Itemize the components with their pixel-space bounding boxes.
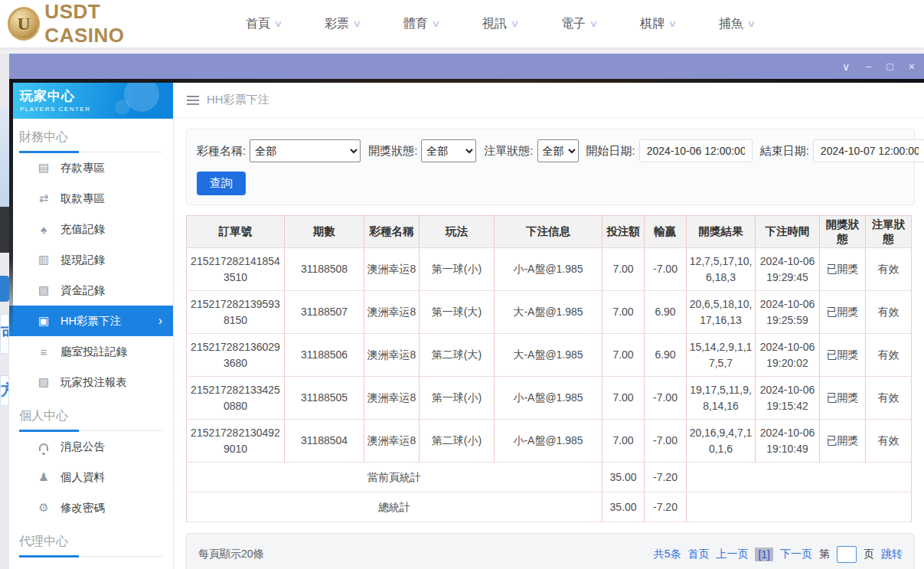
table-cell: 已開獎 — [820, 248, 866, 291]
sidebar: 玩家中心 PLAYERS CENTER 財務中心▤存款專區⇄取款專區♠充值記錄▥… — [9, 83, 174, 569]
player-center-window: ∨ − □ × 玩家中心 PLAYERS CENTER 財務中心▤存款專區⇄取款… — [9, 54, 924, 569]
page-title: HH彩票下注 — [207, 93, 269, 107]
sidebar-item-label: 廳室投註記錄 — [60, 345, 127, 359]
sidebar-item-存款專區[interactable]: ▤存款專區 — [9, 152, 173, 183]
jump-suffix-label: 页 — [864, 548, 874, 561]
sidebar-item-提現記錄[interactable]: ▥提現記錄 — [9, 244, 173, 275]
sidebar-item-label: 存款專區 — [60, 161, 105, 175]
background-figure-fragment — [0, 207, 9, 253]
column-header: 玩法 — [420, 216, 495, 248]
site-logo[interactable]: U USDT CASINO — [8, 0, 180, 47]
jump-button[interactable]: 跳转 — [881, 548, 903, 561]
table-row: 215217282141854351031188508澳洲幸运8第一球(小)小-… — [187, 248, 912, 291]
table-cell: 小-A盤@1.985 — [495, 248, 602, 291]
window-minimize-icon[interactable]: − — [865, 61, 871, 72]
sidebar-item-label: 修改密碼 — [60, 501, 105, 515]
nav-item-label: 電子 — [561, 16, 586, 32]
sidebar-item-資金記錄[interactable]: ▧資金記錄 — [9, 275, 173, 306]
table-cell: 第二球(小) — [420, 420, 495, 463]
player-report-icon: ▨ — [37, 375, 51, 389]
table-cell: 大-A盤@1.985 — [495, 291, 602, 334]
column-header: 下注信息 — [495, 216, 602, 248]
table-body: 215217282141854351031188508澳洲幸运8第一球(小)小-… — [187, 248, 912, 522]
sidebar-item-label: 提現記錄 — [60, 253, 105, 267]
sidebar-item-消息公告[interactable]: 消息公告 — [9, 431, 173, 462]
lottery-name-select[interactable]: 全部 — [250, 139, 361, 162]
table-cell: 第一球(小) — [420, 377, 495, 420]
nav-item-6[interactable]: 棋牌∨ — [619, 16, 697, 32]
nav-item-label: 彩票 — [325, 16, 349, 32]
order-status-label: 注單狀態: — [484, 144, 533, 159]
nav-item-1[interactable]: 首頁∨ — [224, 16, 303, 32]
sidebar-section-title: 個人中心 — [19, 408, 163, 431]
sidebar-item-label: 充值記錄 — [60, 222, 105, 237]
table-cell: 澳洲幸运8 — [364, 334, 420, 377]
window-close-icon[interactable]: × — [909, 61, 915, 72]
sidebar-item-玩家投注報表[interactable]: ▨玩家投注報表 — [9, 367, 173, 397]
sidebar-item-label: 個人資料 — [60, 470, 105, 485]
table-cell: 6.90 — [645, 334, 687, 377]
hamburger-menu-icon[interactable] — [187, 96, 199, 105]
table-cell: 第一球(大) — [420, 291, 495, 334]
sidebar-item-充值記錄[interactable]: ♠充值記錄 — [9, 214, 173, 244]
column-header: 開獎結果 — [687, 216, 756, 248]
nav-item-4[interactable]: 視訊∨ — [461, 16, 540, 32]
column-header: 投注額 — [602, 216, 645, 248]
end-date-input[interactable] — [813, 139, 924, 162]
table-cell: 6.90 — [645, 291, 687, 334]
table-cell: 19,17,5,11,9,8,14,16 — [687, 377, 756, 420]
table-row: 215217282133425088031188505澳洲幸运8第一球(小)小-… — [187, 377, 912, 420]
column-header: 下注時間 — [756, 216, 820, 248]
grand-summary-row: 總統計35.00-7.20 — [187, 492, 912, 522]
window-collapse-icon[interactable]: ∨ — [842, 61, 850, 72]
table-cell: 15,14,2,9,1,17,5,7 — [687, 334, 756, 377]
nav-item-7[interactable]: 捕魚∨ — [697, 16, 776, 32]
table-cell: 澳洲幸运8 — [364, 377, 420, 420]
password-gear-icon: ⚙ — [37, 501, 51, 515]
table-row: 215217282136029368031188506澳洲幸运8第二球(大)大-… — [187, 334, 912, 377]
window-maximize-icon[interactable]: □ — [886, 61, 893, 72]
first-page-link[interactable]: 首页 — [687, 548, 709, 561]
start-date-input[interactable] — [639, 139, 753, 162]
window-title-bar: ∨ − □ × — [9, 54, 924, 79]
sidebar-item-HH彩票下注[interactable]: ▣HH彩票下注› — [9, 306, 173, 336]
table-cell: 澳洲幸运8 — [364, 291, 420, 334]
table-cell: 第一球(小) — [420, 248, 495, 291]
background-image-fragment — [0, 107, 9, 207]
nav-item-label: 捕魚 — [719, 16, 743, 32]
bet-records-table: 訂單號期數彩種名稱玩法下注信息投注額輸贏開獎結果下注時間開獎狀態注單狀態 215… — [186, 215, 912, 522]
table-cell: 小-A盤@1.985 — [495, 377, 602, 420]
table-cell: 7.00 — [602, 291, 645, 334]
next-page-link[interactable]: 下一页 — [780, 548, 812, 561]
sidebar-item-個人資料[interactable]: ♟個人資料 — [9, 462, 173, 492]
summary-bet-total: 35.00 — [602, 492, 645, 522]
nav-item-3[interactable]: 體育∨ — [382, 16, 461, 32]
sidebar-item-廳室投註記錄[interactable]: ≡廳室投註記錄 — [9, 336, 173, 367]
breadcrumb: HH彩票下注 — [174, 83, 924, 118]
site-top-nav: U USDT CASINO 首頁∨彩票∨體育∨視訊∨電子∨棋牌∨捕魚∨ — [0, 0, 924, 47]
table-cell: 已開獎 — [820, 420, 866, 463]
nav-item-2[interactable]: 彩票∨ — [303, 16, 382, 32]
page-summary-row: 當前頁統計35.00-7.20 — [187, 463, 912, 492]
table-cell: 7.00 — [602, 377, 645, 420]
sidebar-item-取款專區[interactable]: ⇄取款專區 — [9, 183, 173, 214]
order-status-select[interactable]: 全部 — [537, 139, 579, 162]
search-button[interactable]: 查詢 — [197, 172, 246, 195]
table-cell: 第二球(大) — [420, 334, 495, 377]
nav-item-5[interactable]: 電子∨ — [540, 16, 619, 32]
sidebar-item-修改密碼[interactable]: ⚙修改密碼 — [9, 492, 173, 523]
table-row: 215217282130492901031188504澳洲幸运8第二球(小)小-… — [187, 420, 912, 463]
table-cell: 7.00 — [602, 420, 645, 463]
lottery-name-label: 彩種名稱: — [197, 144, 246, 159]
summary-winloss-total: -7.20 — [645, 463, 687, 492]
table-cell: 2024-10-06 19:15:42 — [756, 377, 820, 420]
draw-status-select[interactable]: 全部 — [421, 139, 476, 162]
table-cell: 已開獎 — [820, 291, 866, 334]
current-page-indicator[interactable]: [1] — [755, 548, 773, 561]
brand-name: USDT CASINO — [44, 0, 180, 47]
column-header: 輸贏 — [645, 216, 687, 248]
table-cell: 已開獎 — [820, 377, 866, 420]
prev-page-link[interactable]: 上一页 — [716, 548, 748, 561]
jump-page-input[interactable] — [837, 546, 857, 563]
nav-item-label: 棋牌 — [640, 16, 664, 32]
